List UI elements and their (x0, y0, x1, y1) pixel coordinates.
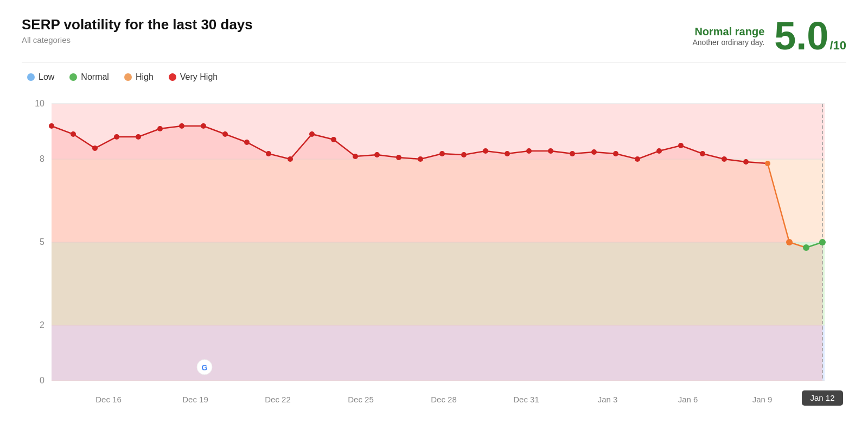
page-subtitle: All categories (22, 35, 253, 45)
legend-label-normal: Normal (81, 72, 109, 82)
dot-33 (765, 161, 770, 166)
legend-dot-veryhigh (169, 73, 176, 81)
dot-26 (613, 151, 618, 156)
dot-0 (49, 123, 54, 129)
score-number: 5.0 (774, 16, 828, 55)
header-divider (22, 62, 846, 62)
ylabel-8: 8 (40, 154, 44, 163)
range-info: Normal range Another ordinary day. (692, 26, 764, 47)
legend-dot-normal (69, 73, 77, 81)
dot-22 (526, 148, 532, 154)
dot-24 (570, 151, 575, 156)
page-title: SERP volatility for the last 30 days (22, 16, 253, 33)
xlabel-dec28: Dec 28 (431, 395, 457, 404)
area-fill (52, 126, 822, 381)
ylabel-5: 5 (40, 237, 44, 247)
chart-area: 10 8 5 2 0 Dec 16 Dec 19 Dec 22 Dec 25 D… (22, 93, 846, 408)
dot-1 (71, 131, 76, 137)
dot-36 (819, 239, 826, 245)
page-header: SERP volatility for the last 30 days All… (22, 16, 846, 55)
dot-19 (461, 152, 467, 157)
dot-32 (743, 159, 749, 165)
legend: Low Normal High Very High (27, 72, 846, 82)
dot-2 (92, 146, 98, 151)
dot-10 (266, 151, 271, 156)
dot-4 (136, 134, 141, 140)
legend-dot-low (27, 73, 35, 81)
dot-18 (439, 151, 445, 156)
legend-item-low: Low (27, 72, 54, 82)
range-desc: Another ordinary day. (692, 38, 764, 47)
xlabel-dec19: Dec 19 (182, 395, 208, 404)
dot-25 (591, 149, 597, 155)
header-left: SERP volatility for the last 30 days All… (22, 16, 253, 45)
dot-31 (722, 156, 727, 162)
xlabel-dec22: Dec 22 (265, 395, 291, 404)
score-display: 5.0 /10 (774, 16, 846, 55)
dot-15 (374, 152, 380, 157)
dot-27 (635, 156, 640, 162)
dot-17 (418, 156, 423, 162)
legend-item-normal: Normal (69, 72, 109, 82)
xlabel-dec25: Dec 25 (348, 395, 374, 404)
dot-29 (678, 143, 684, 148)
google-icon: G (202, 363, 208, 372)
dot-11 (288, 156, 293, 162)
dot-12 (309, 131, 315, 137)
ylabel-10: 10 (35, 99, 44, 108)
legend-label-high: High (136, 72, 154, 82)
dot-20 (483, 148, 488, 154)
xlabel-dec16: Dec 16 (95, 395, 122, 404)
dot-35 (803, 244, 809, 251)
dot-30 (700, 151, 705, 156)
xlabel-jan6: Jan 6 (678, 395, 698, 404)
dot-28 (656, 148, 662, 154)
legend-label-veryhigh: Very High (180, 72, 218, 82)
chart-svg: 10 8 5 2 0 Dec 16 Dec 19 Dec 22 Dec 25 D… (22, 93, 846, 408)
dot-13 (331, 137, 336, 142)
dot-16 (396, 155, 401, 160)
dot-8 (222, 131, 228, 137)
dot-7 (201, 123, 206, 129)
legend-label-low: Low (39, 72, 54, 82)
xlabel-jan9: Jan 9 (752, 395, 773, 404)
dot-14 (353, 154, 358, 159)
legend-dot-high (124, 73, 132, 81)
dot-23 (548, 148, 553, 154)
ylabel-2: 2 (40, 320, 44, 330)
dot-9 (244, 140, 250, 145)
ylabel-0: 0 (40, 376, 44, 385)
xlabel-jan3: Jan 3 (598, 395, 618, 404)
header-right: Normal range Another ordinary day. 5.0 /… (692, 16, 846, 55)
dot-6 (179, 123, 184, 129)
dot-5 (157, 126, 163, 131)
dot-34 (786, 239, 793, 245)
dot-21 (505, 151, 510, 156)
legend-item-veryhigh: Very High (169, 72, 218, 82)
range-label: Normal range (692, 26, 764, 38)
legend-item-high: High (124, 72, 154, 82)
dot-3 (114, 134, 119, 140)
xlabel-jan12: Jan 12 (810, 393, 834, 402)
score-denom: /10 (829, 39, 846, 53)
xlabel-dec31: Dec 31 (513, 395, 539, 404)
